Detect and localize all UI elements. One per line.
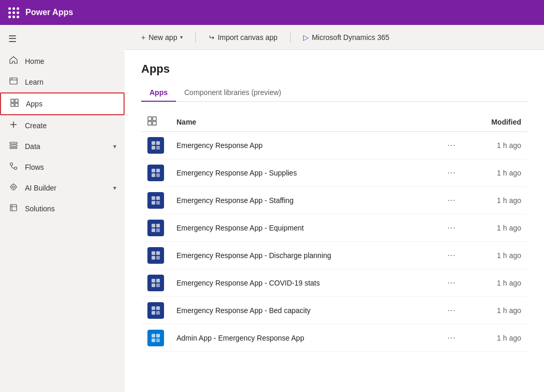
svg-point-12 <box>10 163 13 166</box>
app-icon-cell <box>141 325 170 352</box>
svg-rect-27 <box>152 141 155 145</box>
app-name: Emergency Response App - Supplies <box>170 159 438 187</box>
learn-icon <box>8 77 19 87</box>
apps-table: Name Modified Emergency Response App···1… <box>141 112 527 352</box>
svg-rect-32 <box>156 169 160 172</box>
sidebar-item-label-create: Create <box>25 121 116 130</box>
svg-rect-37 <box>152 201 155 205</box>
table-row[interactable]: Emergency Response App···1 h ago <box>141 132 527 159</box>
sidebar-item-learn[interactable]: Learn <box>0 72 125 92</box>
solutions-icon <box>8 204 19 214</box>
app-name: Emergency Response App - COVID-19 stats <box>170 269 438 297</box>
svg-rect-29 <box>152 146 155 150</box>
table-row[interactable]: Emergency Response App - COVID-19 stats·… <box>141 269 527 297</box>
content-area: + New app ▾ ↵ Import canvas app ▷ Micros… <box>125 25 544 392</box>
more-options-button[interactable]: ··· <box>444 305 459 316</box>
table-row[interactable]: Emergency Response App - Staffing···1 h … <box>141 187 527 214</box>
svg-rect-31 <box>152 169 155 172</box>
main-layout: ☰ Home Learn <box>0 25 544 392</box>
col-icon-header <box>141 112 170 132</box>
svg-rect-53 <box>152 311 155 315</box>
svg-rect-44 <box>156 251 160 255</box>
page-content: Apps Apps Component libraries (preview) <box>125 50 544 392</box>
svg-rect-46 <box>156 256 160 260</box>
app-modified: 1 h ago <box>465 132 527 159</box>
sidebar-item-home[interactable]: Home <box>0 51 125 72</box>
dynamics-button[interactable]: ▷ Microsoft Dynamics 365 <box>297 30 396 45</box>
svg-rect-24 <box>153 117 156 120</box>
more-options-cell[interactable]: ··· <box>438 269 465 297</box>
sidebar-item-create[interactable]: Create <box>0 115 125 136</box>
more-options-cell[interactable]: ··· <box>438 132 465 159</box>
more-options-button[interactable]: ··· <box>444 195 459 206</box>
more-options-button[interactable]: ··· <box>444 332 459 343</box>
app-modified: 1 h ago <box>465 242 527 269</box>
more-options-cell[interactable]: ··· <box>438 187 465 214</box>
table-row[interactable]: Emergency Response App - Equipment···1 h… <box>141 214 527 242</box>
dynamics-icon: ▷ <box>303 33 309 42</box>
svg-rect-51 <box>152 306 155 310</box>
table-row[interactable]: Emergency Response App - Supplies···1 h … <box>141 159 527 187</box>
page-title: Apps <box>141 62 527 76</box>
sidebar-item-apps[interactable]: Apps <box>0 92 125 115</box>
more-options-button[interactable]: ··· <box>444 277 459 288</box>
svg-rect-25 <box>148 121 152 125</box>
app-modified: 1 h ago <box>465 269 527 297</box>
table-row[interactable]: Admin App - Emergency Response App···1 h… <box>141 325 527 352</box>
more-options-cell[interactable]: ··· <box>438 325 465 352</box>
svg-rect-28 <box>156 141 160 145</box>
new-app-label: New app <box>148 33 177 42</box>
more-options-button[interactable]: ··· <box>444 222 459 233</box>
table-row[interactable]: Emergency Response App - Discharge plann… <box>141 242 527 269</box>
sidebar-item-flows[interactable]: Flows <box>0 157 125 178</box>
svg-rect-11 <box>10 147 17 148</box>
svg-rect-3 <box>11 99 14 102</box>
apps-icon <box>9 99 20 109</box>
app-icon-cell <box>141 297 170 325</box>
sidebar-item-solutions[interactable]: Solutions <box>0 198 125 219</box>
more-options-cell[interactable]: ··· <box>438 297 465 325</box>
app-icon-cell <box>141 159 170 187</box>
sidebar-item-ai-builder[interactable]: AI Builder ▾ <box>0 178 125 198</box>
tabs: Apps Component libraries (preview) <box>141 84 527 102</box>
import-canvas-button[interactable]: ↵ Import canvas app <box>202 30 283 45</box>
app-name: Emergency Response App - Equipment <box>170 214 438 242</box>
svg-rect-36 <box>156 196 160 200</box>
tab-component-libraries[interactable]: Component libraries (preview) <box>176 84 290 102</box>
sidebar-item-label-apps: Apps <box>26 100 115 108</box>
svg-rect-9 <box>10 142 17 144</box>
app-icon <box>147 275 164 291</box>
svg-rect-10 <box>10 145 17 146</box>
svg-rect-43 <box>152 251 155 255</box>
sidebar-item-label-ai-builder: AI Builder <box>25 184 107 192</box>
plus-icon: + <box>141 33 145 42</box>
svg-rect-0 <box>10 78 17 84</box>
more-options-cell[interactable]: ··· <box>438 214 465 242</box>
more-options-button[interactable]: ··· <box>444 167 459 178</box>
svg-rect-38 <box>156 201 160 205</box>
svg-rect-54 <box>156 311 160 315</box>
more-options-cell[interactable]: ··· <box>438 242 465 269</box>
waffle-icon[interactable] <box>8 7 19 18</box>
app-modified: 1 h ago <box>465 159 527 187</box>
import-icon: ↵ <box>208 33 214 42</box>
import-label: Import canvas app <box>217 33 277 42</box>
svg-rect-4 <box>15 99 18 102</box>
svg-rect-6 <box>15 103 18 106</box>
svg-rect-50 <box>156 283 160 287</box>
more-options-cell[interactable]: ··· <box>438 159 465 187</box>
new-app-button[interactable]: + New app ▾ <box>135 30 189 45</box>
col-name-header: Name <box>170 112 438 132</box>
more-options-button[interactable]: ··· <box>444 250 459 261</box>
app-name: Emergency Response App <box>170 132 438 159</box>
hamburger-icon[interactable]: ☰ <box>0 29 125 51</box>
table-row[interactable]: Emergency Response App - Bed capacity···… <box>141 297 527 325</box>
tab-apps[interactable]: Apps <box>141 84 176 102</box>
more-options-button[interactable]: ··· <box>444 140 459 151</box>
svg-rect-20 <box>10 205 17 211</box>
app-icon <box>147 165 164 181</box>
sidebar-item-data[interactable]: Data ▾ <box>0 136 125 157</box>
home-icon <box>8 56 19 66</box>
sidebar-item-label-solutions: Solutions <box>25 205 116 213</box>
svg-rect-48 <box>156 279 160 282</box>
